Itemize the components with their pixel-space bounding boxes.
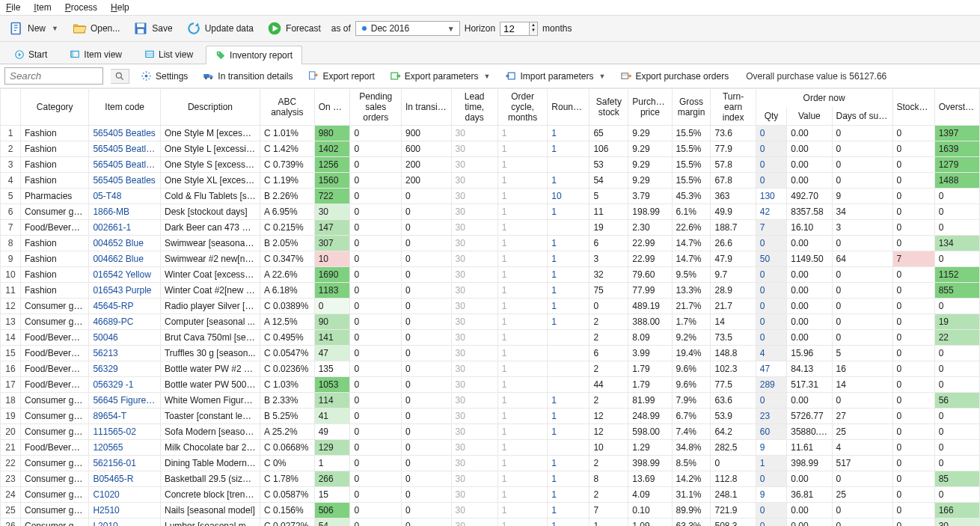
- cell[interactable]: 16: [1, 361, 21, 377]
- cell[interactable]: 10: [314, 251, 350, 267]
- cell[interactable]: 0: [402, 346, 451, 361]
- cell[interactable]: 0: [350, 204, 402, 220]
- menu-item[interactable]: Item: [34, 2, 51, 13]
- cell[interactable]: 0: [892, 346, 934, 361]
- cell[interactable]: 1: [497, 409, 547, 424]
- cell[interactable]: 1.79: [628, 377, 672, 393]
- cell[interactable]: 0: [350, 220, 402, 236]
- cell[interactable]: 1: [548, 283, 589, 299]
- cell[interactable]: 0: [892, 503, 934, 519]
- cell[interactable]: 47.9: [711, 251, 756, 267]
- table-row[interactable]: 3Fashion565405 Beatles SOne Style S [exc…: [1, 157, 980, 173]
- cell[interactable]: 1: [548, 299, 589, 314]
- cell[interactable]: 1: [497, 487, 547, 503]
- cell[interactable]: 0: [350, 519, 402, 527]
- cell[interactable]: 1: [548, 471, 589, 487]
- cell[interactable]: 855: [934, 283, 979, 299]
- cell[interactable]: 0: [402, 440, 451, 456]
- cell[interactable]: 05-T48: [89, 189, 161, 204]
- cell[interactable]: 25: [1, 503, 21, 519]
- cell[interactable]: 0: [832, 267, 892, 283]
- cell[interactable]: Basketball 29.5 (size 7...: [160, 471, 260, 487]
- cell[interactable]: 0: [350, 503, 402, 519]
- cell[interactable]: 0: [350, 346, 402, 361]
- settings-button[interactable]: Settings: [137, 68, 192, 84]
- cell[interactable]: H2510: [89, 503, 161, 519]
- save-button[interactable]: Save: [129, 19, 177, 38]
- cell[interactable]: 15.96: [787, 346, 832, 361]
- cell[interactable]: 0.00: [787, 393, 832, 409]
- cell[interactable]: 1: [497, 189, 547, 204]
- cell[interactable]: 30: [451, 314, 497, 330]
- cell[interactable]: 0.00: [787, 299, 832, 314]
- cell[interactable]: 75: [589, 283, 628, 299]
- cell[interactable]: 22.99: [628, 251, 672, 267]
- cell[interactable]: White Women Figure ...: [160, 393, 260, 409]
- cell[interactable]: 0.00: [787, 141, 832, 157]
- cell[interactable]: Bottle water PW #2 n...: [160, 361, 260, 377]
- cell[interactable]: 42: [756, 204, 787, 220]
- cell[interactable]: 0: [934, 220, 979, 236]
- cell[interactable]: 11: [589, 204, 628, 220]
- cell[interactable]: 0: [934, 299, 979, 314]
- cell[interactable]: 1256: [314, 157, 350, 173]
- cell[interactable]: 23: [756, 409, 787, 424]
- table-row[interactable]: 13Consumer go...46689-PCComputer [season…: [1, 314, 980, 330]
- cell[interactable]: A 22.6%: [260, 267, 314, 283]
- cell[interactable]: 0: [892, 393, 934, 409]
- cell[interactable]: 517: [832, 456, 892, 471]
- cell[interactable]: 20: [1, 424, 21, 440]
- cell[interactable]: 1: [589, 519, 628, 527]
- cell[interactable]: 22.99: [628, 236, 672, 251]
- cell[interactable]: Milk Chocolate bar 20...: [160, 440, 260, 456]
- cell[interactable]: 30: [451, 251, 497, 267]
- table-row[interactable]: 6Consumer go...1866-MBDesk [stockout day…: [1, 204, 980, 220]
- cell[interactable]: 056329 -1: [89, 377, 161, 393]
- cell[interactable]: 30: [314, 204, 350, 220]
- cell[interactable]: 3: [589, 251, 628, 267]
- cell[interactable]: 1: [756, 456, 787, 471]
- cell[interactable]: 0: [756, 126, 787, 141]
- cell[interactable]: 0.00: [787, 173, 832, 189]
- cell[interactable]: Consumer go...: [21, 519, 89, 527]
- cell[interactable]: 30: [451, 267, 497, 283]
- cell[interactable]: 21: [1, 440, 21, 456]
- col-category[interactable]: Category: [21, 89, 89, 126]
- export-params-button[interactable]: Export parameters ▼: [386, 68, 494, 84]
- cell[interactable]: 30: [451, 424, 497, 440]
- cell[interactable]: 9.7: [711, 267, 756, 283]
- cell[interactable]: 0: [892, 141, 934, 157]
- cell[interactable]: 25: [832, 424, 892, 440]
- cell[interactable]: 56213: [89, 346, 161, 361]
- cell[interactable]: 14.7%: [672, 236, 711, 251]
- cell[interactable]: 1488: [934, 173, 979, 189]
- cell[interactable]: 8.09: [628, 330, 672, 346]
- cell[interactable]: 1: [497, 503, 547, 519]
- col-order-now-group[interactable]: Order now: [756, 89, 892, 108]
- cell[interactable]: 7: [1, 220, 21, 236]
- cell[interactable]: 0: [350, 157, 402, 173]
- cell[interactable]: 45645-RP: [89, 299, 161, 314]
- cell[interactable]: Swimwear #2 new[ne...: [160, 251, 260, 267]
- cell[interactable]: [548, 157, 589, 173]
- cell[interactable]: C 1.03%: [260, 377, 314, 393]
- cell[interactable]: C 0.0587%: [260, 487, 314, 503]
- cell[interactable]: 102.3: [711, 361, 756, 377]
- table-row[interactable]: 4Fashion565405 Beatles One Style XL [exc…: [1, 173, 980, 189]
- cell[interactable]: 0: [832, 126, 892, 141]
- table-row[interactable]: 26Consumer go...L2010Lumber [seasonal m.…: [1, 519, 980, 527]
- cell[interactable]: C 0.0236%: [260, 361, 314, 377]
- cell[interactable]: 0.00: [787, 503, 832, 519]
- cell[interactable]: 18: [1, 393, 21, 409]
- cell[interactable]: 17: [1, 377, 21, 393]
- cell[interactable]: 1397: [934, 126, 979, 141]
- cell[interactable]: 30: [451, 189, 497, 204]
- chevron-down-icon[interactable]: ▼: [598, 73, 605, 80]
- cell[interactable]: Consumer go...: [21, 299, 89, 314]
- cell[interactable]: 1: [497, 283, 547, 299]
- cell[interactable]: 1: [548, 267, 589, 283]
- cell[interactable]: 0: [350, 126, 402, 141]
- cell[interactable]: 9.5%: [672, 267, 711, 283]
- cell[interactable]: 1: [497, 204, 547, 220]
- cell[interactable]: 41: [314, 409, 350, 424]
